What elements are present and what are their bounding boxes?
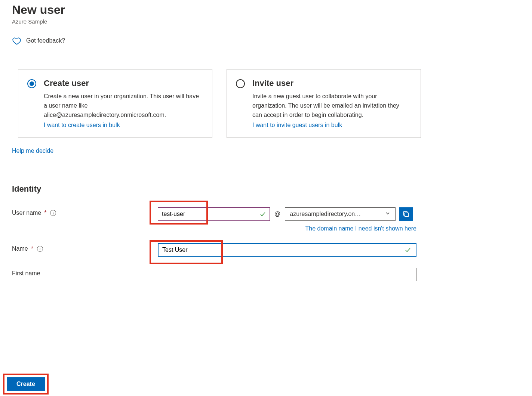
radio-invite-user[interactable]	[236, 79, 245, 88]
option-invite-user[interactable]: Invite user Invite a new guest user to c…	[227, 69, 421, 138]
heart-icon	[12, 36, 22, 46]
feedback-bar[interactable]: Got feedback?	[12, 32, 520, 51]
option-create-title: Create user	[44, 78, 202, 88]
copy-icon	[402, 210, 410, 218]
link-create-bulk[interactable]: I want to create users in bulk	[44, 122, 120, 128]
option-invite-title: Invite user	[252, 78, 410, 88]
svg-rect-0	[405, 213, 409, 217]
domain-select[interactable]: azuresampledirectory.on…	[285, 207, 396, 221]
required-star-icon: *	[44, 210, 46, 216]
link-invite-bulk[interactable]: I want to invite guest users in bulk	[252, 122, 342, 128]
section-identity-title: Identity	[12, 184, 520, 194]
chevron-down-icon	[385, 210, 391, 218]
label-username: User name	[12, 210, 41, 216]
label-first-name: First name	[12, 270, 40, 277]
option-invite-desc: Invite a new guest user to collaborate w…	[252, 92, 410, 120]
label-name: Name	[12, 245, 28, 252]
username-input[interactable]	[158, 207, 270, 221]
option-create-user[interactable]: Create user Create a new user in your or…	[18, 69, 212, 138]
info-icon[interactable]: i	[37, 246, 43, 252]
info-icon[interactable]: i	[50, 210, 56, 216]
required-star-icon: *	[31, 245, 33, 252]
first-name-input[interactable]	[158, 268, 416, 281]
at-symbol: @	[274, 211, 281, 217]
page-subtitle: Azure Sample	[12, 18, 520, 25]
radio-create-user[interactable]	[27, 79, 36, 88]
link-help-me-decide[interactable]: Help me decide	[12, 148, 53, 154]
feedback-text: Got feedback?	[26, 37, 65, 44]
page-title: New user	[12, 3, 520, 17]
link-domain-not-shown[interactable]: The domain name I need isn't shown here	[305, 225, 416, 232]
copy-button[interactable]	[399, 207, 413, 221]
name-input[interactable]	[158, 243, 416, 257]
option-create-desc: Create a new user in your organization. …	[44, 92, 202, 120]
domain-select-value: azuresampledirectory.on…	[290, 211, 361, 217]
